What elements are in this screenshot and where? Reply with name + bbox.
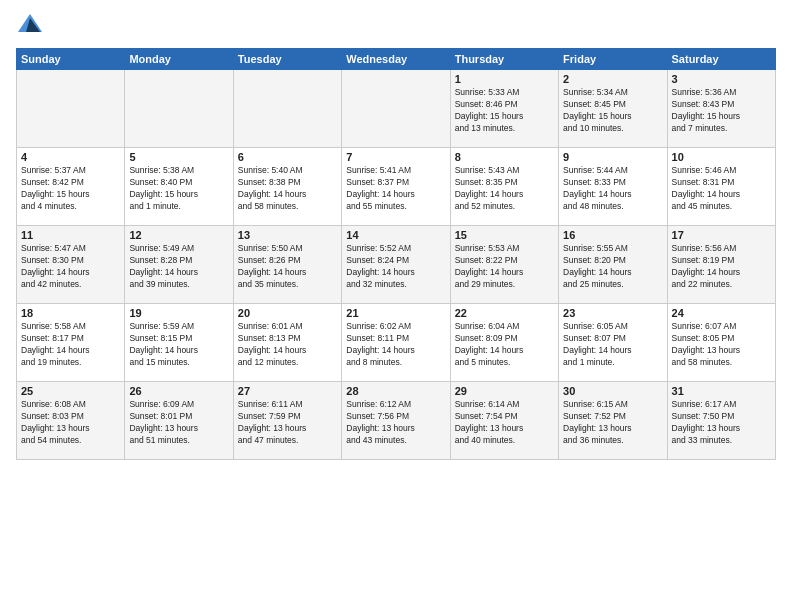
day-info: Sunrise: 5:53 AM Sunset: 8:22 PM Dayligh… [455, 243, 554, 291]
day-info: Sunrise: 5:46 AM Sunset: 8:31 PM Dayligh… [672, 165, 771, 213]
weekday-header-friday: Friday [559, 49, 667, 70]
calendar-week-2: 4Sunrise: 5:37 AM Sunset: 8:42 PM Daylig… [17, 148, 776, 226]
header [16, 12, 776, 40]
calendar-week-3: 11Sunrise: 5:47 AM Sunset: 8:30 PM Dayli… [17, 226, 776, 304]
calendar-cell: 22Sunrise: 6:04 AM Sunset: 8:09 PM Dayli… [450, 304, 558, 382]
calendar-cell: 15Sunrise: 5:53 AM Sunset: 8:22 PM Dayli… [450, 226, 558, 304]
day-info: Sunrise: 6:09 AM Sunset: 8:01 PM Dayligh… [129, 399, 228, 447]
weekday-header-saturday: Saturday [667, 49, 775, 70]
day-info: Sunrise: 6:02 AM Sunset: 8:11 PM Dayligh… [346, 321, 445, 369]
day-info: Sunrise: 5:55 AM Sunset: 8:20 PM Dayligh… [563, 243, 662, 291]
day-info: Sunrise: 5:52 AM Sunset: 8:24 PM Dayligh… [346, 243, 445, 291]
weekday-header-monday: Monday [125, 49, 233, 70]
day-number: 22 [455, 307, 554, 319]
logo [16, 12, 48, 40]
calendar-cell [125, 70, 233, 148]
day-info: Sunrise: 5:40 AM Sunset: 8:38 PM Dayligh… [238, 165, 337, 213]
calendar-cell: 24Sunrise: 6:07 AM Sunset: 8:05 PM Dayli… [667, 304, 775, 382]
calendar-week-1: 1Sunrise: 5:33 AM Sunset: 8:46 PM Daylig… [17, 70, 776, 148]
day-number: 10 [672, 151, 771, 163]
calendar-cell: 4Sunrise: 5:37 AM Sunset: 8:42 PM Daylig… [17, 148, 125, 226]
day-info: Sunrise: 5:58 AM Sunset: 8:17 PM Dayligh… [21, 321, 120, 369]
day-info: Sunrise: 5:56 AM Sunset: 8:19 PM Dayligh… [672, 243, 771, 291]
day-info: Sunrise: 5:43 AM Sunset: 8:35 PM Dayligh… [455, 165, 554, 213]
day-info: Sunrise: 6:08 AM Sunset: 8:03 PM Dayligh… [21, 399, 120, 447]
calendar-cell: 2Sunrise: 5:34 AM Sunset: 8:45 PM Daylig… [559, 70, 667, 148]
day-number: 19 [129, 307, 228, 319]
day-number: 30 [563, 385, 662, 397]
calendar-cell: 13Sunrise: 5:50 AM Sunset: 8:26 PM Dayli… [233, 226, 341, 304]
day-number: 26 [129, 385, 228, 397]
calendar-cell: 25Sunrise: 6:08 AM Sunset: 8:03 PM Dayli… [17, 382, 125, 460]
day-info: Sunrise: 5:41 AM Sunset: 8:37 PM Dayligh… [346, 165, 445, 213]
weekday-header-wednesday: Wednesday [342, 49, 450, 70]
day-info: Sunrise: 6:05 AM Sunset: 8:07 PM Dayligh… [563, 321, 662, 369]
day-number: 9 [563, 151, 662, 163]
calendar-cell: 23Sunrise: 6:05 AM Sunset: 8:07 PM Dayli… [559, 304, 667, 382]
day-number: 4 [21, 151, 120, 163]
day-number: 7 [346, 151, 445, 163]
day-number: 29 [455, 385, 554, 397]
page: SundayMondayTuesdayWednesdayThursdayFrid… [0, 0, 792, 612]
day-info: Sunrise: 6:17 AM Sunset: 7:50 PM Dayligh… [672, 399, 771, 447]
weekday-header-sunday: Sunday [17, 49, 125, 70]
calendar-week-5: 25Sunrise: 6:08 AM Sunset: 8:03 PM Dayli… [17, 382, 776, 460]
day-number: 6 [238, 151, 337, 163]
day-number: 24 [672, 307, 771, 319]
day-info: Sunrise: 5:38 AM Sunset: 8:40 PM Dayligh… [129, 165, 228, 213]
weekday-header-thursday: Thursday [450, 49, 558, 70]
day-number: 17 [672, 229, 771, 241]
day-number: 28 [346, 385, 445, 397]
day-info: Sunrise: 5:37 AM Sunset: 8:42 PM Dayligh… [21, 165, 120, 213]
calendar-cell: 7Sunrise: 5:41 AM Sunset: 8:37 PM Daylig… [342, 148, 450, 226]
day-info: Sunrise: 5:47 AM Sunset: 8:30 PM Dayligh… [21, 243, 120, 291]
calendar-cell: 16Sunrise: 5:55 AM Sunset: 8:20 PM Dayli… [559, 226, 667, 304]
calendar-week-4: 18Sunrise: 5:58 AM Sunset: 8:17 PM Dayli… [17, 304, 776, 382]
day-number: 12 [129, 229, 228, 241]
day-number: 8 [455, 151, 554, 163]
calendar-body: 1Sunrise: 5:33 AM Sunset: 8:46 PM Daylig… [17, 70, 776, 460]
day-info: Sunrise: 5:34 AM Sunset: 8:45 PM Dayligh… [563, 87, 662, 135]
calendar-cell: 31Sunrise: 6:17 AM Sunset: 7:50 PM Dayli… [667, 382, 775, 460]
day-number: 27 [238, 385, 337, 397]
day-number: 23 [563, 307, 662, 319]
day-info: Sunrise: 5:49 AM Sunset: 8:28 PM Dayligh… [129, 243, 228, 291]
day-info: Sunrise: 6:11 AM Sunset: 7:59 PM Dayligh… [238, 399, 337, 447]
day-number: 25 [21, 385, 120, 397]
day-info: Sunrise: 5:59 AM Sunset: 8:15 PM Dayligh… [129, 321, 228, 369]
calendar-cell: 29Sunrise: 6:14 AM Sunset: 7:54 PM Dayli… [450, 382, 558, 460]
weekday-header-tuesday: Tuesday [233, 49, 341, 70]
calendar-cell: 3Sunrise: 5:36 AM Sunset: 8:43 PM Daylig… [667, 70, 775, 148]
day-number: 14 [346, 229, 445, 241]
day-number: 11 [21, 229, 120, 241]
calendar-cell: 10Sunrise: 5:46 AM Sunset: 8:31 PM Dayli… [667, 148, 775, 226]
day-number: 15 [455, 229, 554, 241]
calendar-cell: 1Sunrise: 5:33 AM Sunset: 8:46 PM Daylig… [450, 70, 558, 148]
day-number: 21 [346, 307, 445, 319]
calendar-cell: 14Sunrise: 5:52 AM Sunset: 8:24 PM Dayli… [342, 226, 450, 304]
calendar-cell [233, 70, 341, 148]
day-number: 20 [238, 307, 337, 319]
calendar-cell: 27Sunrise: 6:11 AM Sunset: 7:59 PM Dayli… [233, 382, 341, 460]
calendar-cell: 19Sunrise: 5:59 AM Sunset: 8:15 PM Dayli… [125, 304, 233, 382]
calendar-table: SundayMondayTuesdayWednesdayThursdayFrid… [16, 48, 776, 460]
calendar-cell [17, 70, 125, 148]
day-info: Sunrise: 6:15 AM Sunset: 7:52 PM Dayligh… [563, 399, 662, 447]
calendar-cell: 11Sunrise: 5:47 AM Sunset: 8:30 PM Dayli… [17, 226, 125, 304]
day-info: Sunrise: 5:44 AM Sunset: 8:33 PM Dayligh… [563, 165, 662, 213]
weekday-header-row: SundayMondayTuesdayWednesdayThursdayFrid… [17, 49, 776, 70]
day-number: 5 [129, 151, 228, 163]
calendar-cell: 26Sunrise: 6:09 AM Sunset: 8:01 PM Dayli… [125, 382, 233, 460]
day-info: Sunrise: 5:36 AM Sunset: 8:43 PM Dayligh… [672, 87, 771, 135]
calendar-cell: 18Sunrise: 5:58 AM Sunset: 8:17 PM Dayli… [17, 304, 125, 382]
calendar-cell: 12Sunrise: 5:49 AM Sunset: 8:28 PM Dayli… [125, 226, 233, 304]
day-number: 18 [21, 307, 120, 319]
calendar-cell: 21Sunrise: 6:02 AM Sunset: 8:11 PM Dayli… [342, 304, 450, 382]
logo-icon [16, 12, 44, 40]
day-info: Sunrise: 5:50 AM Sunset: 8:26 PM Dayligh… [238, 243, 337, 291]
calendar-cell: 8Sunrise: 5:43 AM Sunset: 8:35 PM Daylig… [450, 148, 558, 226]
day-info: Sunrise: 6:14 AM Sunset: 7:54 PM Dayligh… [455, 399, 554, 447]
day-number: 16 [563, 229, 662, 241]
calendar-cell: 17Sunrise: 5:56 AM Sunset: 8:19 PM Dayli… [667, 226, 775, 304]
day-number: 1 [455, 73, 554, 85]
